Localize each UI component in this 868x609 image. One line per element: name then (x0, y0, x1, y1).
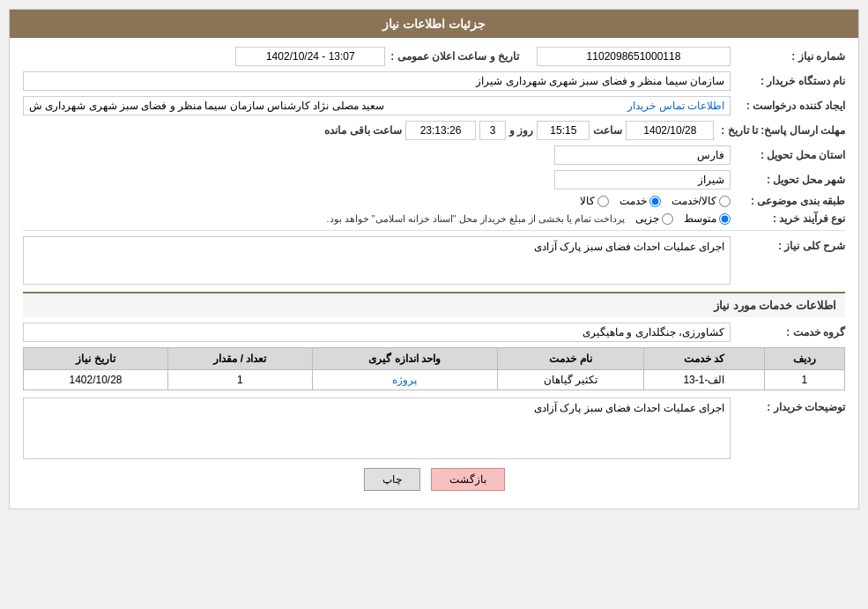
category-label-kala-khedmat: کالا/خدمت (671, 195, 716, 207)
creator-contact-link[interactable]: اطلاعات تماس خریدار (627, 100, 724, 112)
service-group-row: گروه خدمت : کشاورزی، جنگلداری و ماهیگیری (23, 323, 845, 342)
col-service-code: کد خدمت (644, 348, 764, 370)
purchase-type-label-motevaset: متوسط (684, 212, 716, 225)
announcement-datetime-value: 1402/10/24 - 13:07 (235, 47, 385, 66)
deadline-time-label: ساعت (593, 124, 622, 137)
province-row: استان محل تحویل : فارس (23, 145, 845, 165)
purchase-type-option-jozi[interactable]: جزیی (635, 212, 673, 225)
need-description-value: اجرای عملیات احداث فضای سبز پارک آزادی (534, 241, 724, 253)
back-button[interactable]: بازگشت (431, 468, 505, 491)
deadline-day-label: روز و (509, 124, 533, 137)
cell-date: 1402/10/28 (24, 370, 168, 390)
deadline-fields: 1402/10/28 ساعت 15:15 روز و 3 23:13:26 س… (23, 121, 714, 140)
buyer-desc-row: توضیحات خریدار : اجرای عملیات احداث فضای… (23, 397, 845, 459)
page-header: جزئیات اطلاعات نیاز (10, 10, 858, 38)
need-description-label: شرح کلی نیاز : (731, 236, 845, 252)
creator-row: ایجاد کننده درخواست : اطلاعات تماس خریدا… (23, 96, 845, 115)
col-date: تاریخ نیاز (24, 348, 168, 370)
buyer-desc-label: توضیحات خریدار : (731, 397, 845, 413)
purchase-type-label-jozi: جزیی (635, 212, 659, 225)
purchase-type-option-motevaset[interactable]: متوسط (684, 212, 731, 225)
deadline-row: مهلت ارسال پاسخ: تا تاریخ : 1402/10/28 س… (23, 121, 845, 140)
category-label-khedmat: خدمت (619, 195, 647, 207)
cell-quantity: 1 (167, 370, 312, 390)
purchase-type-label: نوع فرآیند خرید : (731, 212, 845, 225)
city-label: شهر محل تحویل : (731, 174, 845, 186)
announcement-datetime-label: تاریخ و ساعت اعلان عمومی : (390, 50, 519, 63)
service-group-value: کشاورزی، جنگلداری و ماهیگیری (23, 323, 731, 342)
category-radio-kala-khedmat[interactable] (719, 196, 731, 207)
purchase-type-area: متوسط جزیی پرداخت تمام یا بخشی از مبلغ خ… (23, 212, 731, 225)
print-button[interactable]: چاپ (364, 468, 420, 491)
deadline-date: 1402/10/28 (626, 121, 714, 140)
category-radio-kala[interactable] (597, 196, 609, 207)
category-option-kala[interactable]: کالا (580, 195, 609, 207)
province-value: فارس (554, 145, 731, 165)
category-option-khedmat[interactable]: خدمت (619, 195, 661, 207)
deadline-days: 3 (479, 121, 506, 140)
creator-value-box: اطلاعات تماس خریدار سعید مصلی نژاد کارشن… (23, 96, 731, 115)
buyer-desc-box: اجرای عملیات احداث فضای سبز پارک آزادی (23, 397, 731, 459)
col-row-num: ردیف (764, 348, 844, 370)
button-row: بازگشت چاپ (23, 468, 845, 491)
buyer-desc-value: اجرای عملیات احداث فضای سبز پارک آزادی (534, 402, 724, 414)
services-section-header: اطلاعات خدمات مورد نیاز (23, 292, 845, 317)
buyer-name-value: سازمان سیما منظر و فضای سبز شهری شهرداری… (23, 71, 731, 91)
announcement-number-label: شماره نیاز : (731, 50, 845, 63)
purchase-type-radio-group: متوسط جزیی (635, 212, 731, 225)
city-row: شهر محل تحویل : شیراز (23, 170, 845, 189)
category-radio-khedmat[interactable] (649, 196, 661, 207)
category-label: طبقه بندی موضوعی : (731, 195, 845, 207)
service-table: ردیف کد خدمت نام خدمت واحد اندازه گیری ت… (23, 347, 845, 390)
need-description-box: اجرای عملیات احداث فضای سبز پارک آزادی (23, 236, 731, 285)
cell-service-code: الف-1-13 (644, 370, 764, 390)
purchase-type-row: نوع فرآیند خرید : متوسط جزیی پرداخت تمام… (23, 212, 845, 225)
category-radio-group: کالا/خدمت خدمت کالا (580, 195, 731, 207)
divider-1 (23, 230, 845, 231)
service-group-label: گروه خدمت : (731, 326, 845, 338)
deadline-remaining-label: ساعت باقی مانده (324, 124, 402, 137)
province-label: استان محل تحویل : (731, 149, 845, 161)
content-area: شماره نیاز : 1102098651000118 تاریخ و سا… (10, 38, 858, 509)
announcement-number-value: 1102098651000118 (537, 47, 731, 66)
category-label-kala: کالا (580, 195, 595, 207)
purchase-type-radio-jozi[interactable] (662, 213, 673, 225)
category-row: طبقه بندی موضوعی : کالا/خدمت خدمت کالا (23, 195, 845, 207)
col-service-name: نام خدمت (497, 348, 644, 370)
deadline-time: 15:15 (537, 121, 590, 140)
cell-row-num: 1 (764, 370, 844, 390)
creator-label: ایجاد کننده درخواست : (731, 100, 845, 112)
creator-name: سعید مصلی نژاد کارشناس سازمان سیما منظر … (29, 100, 384, 112)
purchase-type-radio-motevaset[interactable] (719, 213, 731, 225)
category-option-kala-khedmat[interactable]: کالا/خدمت (671, 195, 731, 207)
need-description-row: شرح کلی نیاز : اجرای عملیات احداث فضای س… (23, 236, 845, 285)
col-quantity: تعداد / مقدار (167, 348, 312, 370)
buyer-name-row: نام دستگاه خریدار : سازمان سیما منظر و ف… (23, 71, 845, 91)
table-row: 1 الف-1-13 تکثیر گیاهان پروژه 1 1402/10/… (24, 370, 845, 390)
announcement-number-row: شماره نیاز : 1102098651000118 تاریخ و سا… (23, 47, 845, 66)
deadline-label: مهلت ارسال پاسخ: تا تاریخ : (714, 124, 845, 137)
cell-service-name: تکثیر گیاهان (497, 370, 644, 390)
main-container: جزئیات اطلاعات نیاز شماره نیاز : 1102098… (9, 9, 859, 509)
purchase-note: پرداخت تمام یا بخشی از مبلغ خریداز محل "… (23, 213, 625, 225)
page-title: جزئیات اطلاعات نیاز (382, 17, 486, 31)
cell-unit: پروژه (312, 370, 497, 390)
buyer-name-label: نام دستگاه خریدار : (731, 75, 845, 87)
city-value: شیراز (554, 170, 731, 189)
deadline-remaining: 23:13:26 (405, 121, 476, 140)
col-unit: واحد اندازه گیری (312, 348, 497, 370)
